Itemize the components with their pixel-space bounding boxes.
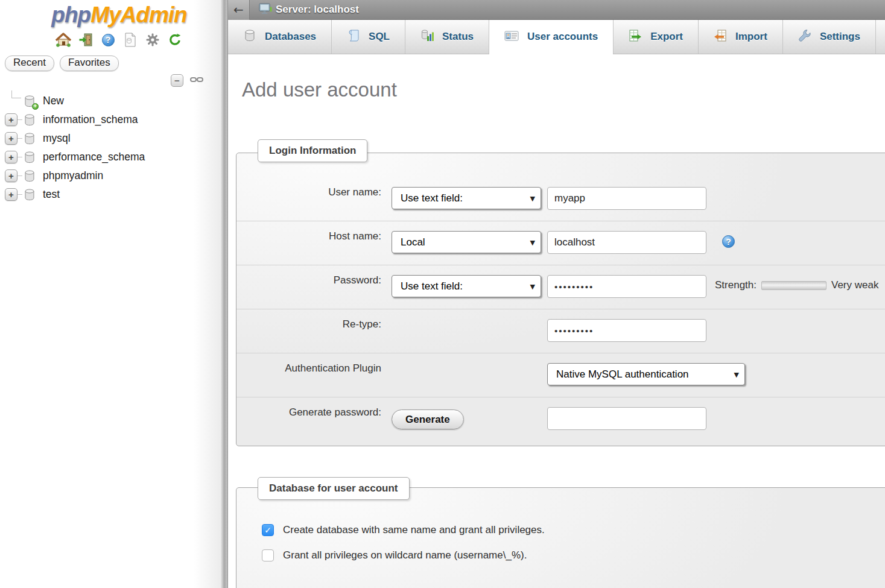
expand-icon[interactable]: +: [5, 151, 17, 163]
collapse-all-icon[interactable]: −: [171, 74, 183, 87]
password-input[interactable]: [547, 275, 706, 298]
logo-php-text: php: [51, 2, 90, 27]
tab-label: Import: [735, 31, 767, 43]
main-panel: ← Server: localhost Databases: [228, 0, 885, 588]
server-title: Server: localhost: [276, 4, 359, 16]
generate-button[interactable]: Generate: [392, 409, 464, 429]
tab-databases[interactable]: Databases: [228, 20, 332, 54]
grant-wildcard-option: ✓ Grant all privileges on wildcard name …: [262, 549, 885, 561]
expand-icon[interactable]: +: [5, 188, 17, 201]
tab-export[interactable]: Export: [614, 20, 699, 54]
generate-password-label: Generate password:: [236, 405, 381, 419]
new-database-icon: +: [23, 95, 36, 108]
tree-item-mysql[interactable]: + mysql: [5, 129, 220, 148]
database-icon: [243, 29, 256, 45]
username-input[interactable]: [547, 187, 706, 210]
expand-icon[interactable]: +: [5, 132, 17, 145]
checkbox-label: Grant all privileges on wildcard name (u…: [283, 549, 527, 561]
server-tabs: Databases SQL Status: [228, 20, 885, 54]
auth-plugin-select[interactable]: Native MySQL authentication ▼: [547, 363, 745, 385]
hostname-type-select[interactable]: Local ▼: [392, 231, 541, 253]
username-row: User name: Use text field: ▼: [236, 177, 885, 221]
docs-icon[interactable]: [122, 32, 138, 48]
sidebar-resize-handle[interactable]: [220, 0, 228, 588]
tab-label: Status: [442, 31, 474, 43]
username-label: User name:: [236, 185, 381, 198]
hostname-input[interactable]: [547, 231, 706, 254]
auth-plugin-row: Authentication Plugin Native MySQL authe…: [236, 353, 885, 397]
expand-icon[interactable]: +: [5, 113, 17, 126]
database-for-user-fieldset: Database for user account ✓ Create datab…: [236, 487, 885, 588]
tree-item-label: New: [43, 95, 64, 107]
database-icon: [23, 169, 36, 183]
select-value: Native MySQL authentication: [556, 368, 689, 381]
breadcrumb[interactable]: Server: localhost: [258, 2, 359, 17]
tab-sql[interactable]: SQL: [332, 20, 405, 54]
database-icon: [23, 132, 36, 145]
login-information-legend: Login Information: [258, 139, 367, 162]
navigation-sidebar: phpMyAdmin ?: [0, 0, 220, 588]
select-value: Use text field:: [401, 280, 463, 292]
tab-label: Databases: [265, 31, 316, 43]
server-breadcrumb-bar: ← Server: localhost: [228, 0, 885, 20]
favorites-button[interactable]: Favorites: [60, 55, 119, 71]
generated-password-input[interactable]: [547, 407, 706, 430]
hostname-label: Host name:: [236, 229, 381, 242]
login-information-fieldset: Login Information User name: Use text fi…: [236, 153, 885, 446]
password-label: Password:: [236, 273, 381, 286]
status-icon: [420, 29, 434, 45]
tab-label: Settings: [820, 31, 860, 43]
create-database-checkbox[interactable]: ✓: [262, 524, 274, 536]
server-icon: [258, 2, 272, 17]
home-icon[interactable]: [56, 32, 71, 48]
username-type-select[interactable]: Use text field: ▼: [392, 187, 541, 209]
settings-icon[interactable]: [145, 32, 160, 48]
tree-item-test[interactable]: + test: [5, 185, 220, 204]
tree-item-performance-schema[interactable]: + performance_schema: [5, 148, 220, 166]
sidebar-toolbar: ?: [0, 31, 220, 48]
tree-item-label: performance_schema: [43, 151, 145, 163]
recent-button[interactable]: Recent: [5, 55, 54, 71]
retype-row: Re-type:: [236, 309, 885, 353]
logout-icon[interactable]: [78, 32, 94, 48]
hostname-help-icon[interactable]: ?: [722, 235, 735, 248]
chevron-down-icon: ▼: [530, 194, 535, 202]
sql-icon: [347, 29, 360, 45]
unlink-icon[interactable]: [190, 75, 203, 86]
tree-controls: −: [171, 74, 203, 87]
tab-label: SQL: [369, 31, 390, 43]
database-icon: [23, 113, 36, 127]
help-icon[interactable]: ?: [100, 32, 116, 48]
logo-myadmin-text: MyAdmin: [90, 2, 187, 27]
page-title: Add user account: [242, 78, 397, 101]
back-arrow-button[interactable]: ←: [228, 0, 250, 20]
tree-item-label: information_schema: [43, 113, 138, 126]
retype-label: Re-type:: [236, 317, 381, 330]
retype-password-input[interactable]: [547, 319, 706, 342]
reload-icon[interactable]: [167, 32, 183, 48]
generate-password-row: Generate password: Generate: [236, 397, 885, 447]
tab-user-accounts[interactable]: User accounts: [489, 20, 614, 54]
tree-item-information-schema[interactable]: + information_schema: [5, 110, 220, 129]
hostname-row: Host name: Local ▼ ?: [236, 221, 885, 265]
tree-connector: [5, 97, 23, 105]
database-icon: [23, 188, 36, 201]
database-tree: + New + information_schema + mysql + per…: [5, 92, 220, 204]
tab-status[interactable]: Status: [405, 20, 489, 54]
chevron-down-icon: ▼: [530, 238, 535, 246]
grant-wildcard-checkbox[interactable]: ✓: [262, 549, 274, 561]
import-icon: [714, 29, 727, 45]
tab-import[interactable]: Import: [699, 20, 783, 54]
expand-icon[interactable]: +: [5, 169, 17, 182]
user-accounts-icon: [504, 29, 519, 45]
phpmyadmin-logo[interactable]: phpMyAdmin: [0, 2, 220, 28]
export-icon: [629, 29, 642, 45]
tree-item-new[interactable]: + New: [5, 92, 220, 110]
tab-settings[interactable]: Settings: [783, 20, 876, 54]
tree-item-label: mysql: [43, 132, 71, 145]
tree-item-phpmyadmin[interactable]: + phpmyadmin: [5, 166, 220, 185]
password-type-select[interactable]: Use text field: ▼: [392, 275, 541, 297]
password-row: Password: Use text field: ▼ Strength: Ve…: [236, 265, 885, 309]
panel-buttons: Recent Favorites: [5, 55, 220, 71]
tab-label: User accounts: [527, 31, 598, 43]
